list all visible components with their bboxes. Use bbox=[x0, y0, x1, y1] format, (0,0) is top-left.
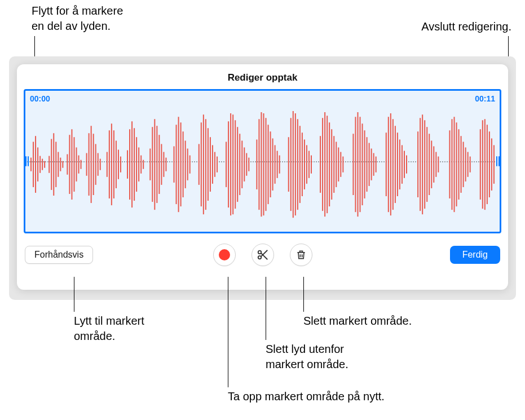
callout-listen: Lytt til markert område. bbox=[74, 313, 144, 344]
callout-delete: Slett markert område. bbox=[303, 313, 412, 329]
trim-handle-left[interactable] bbox=[25, 149, 29, 174]
waveform-svg bbox=[30, 102, 495, 227]
trash-icon bbox=[295, 249, 307, 261]
record-icon bbox=[219, 249, 230, 260]
controls-bar: Forhåndsvis Ferdig bbox=[25, 244, 500, 269]
record-button[interactable] bbox=[213, 244, 236, 266]
callout-rerecord: Ta opp markert område på nytt. bbox=[228, 389, 385, 404]
callout-drag: Flytt for å markere en del av lyden. bbox=[32, 3, 123, 34]
callout-line bbox=[303, 277, 304, 312]
trim-handle-right[interactable] bbox=[496, 149, 500, 174]
trim-button[interactable] bbox=[252, 244, 274, 266]
center-controls bbox=[213, 244, 312, 266]
callout-line bbox=[74, 277, 74, 312]
callout-line bbox=[266, 277, 266, 340]
callout-finish: Avslutt redigering. bbox=[421, 19, 511, 34]
edit-panel: Rediger opptak 00:00 00:11 bbox=[17, 64, 508, 290]
panel-title: Rediger opptak bbox=[17, 64, 508, 89]
delete-button[interactable] bbox=[290, 244, 312, 266]
callout-line bbox=[228, 277, 228, 387]
preview-button[interactable]: Forhåndsvis bbox=[25, 246, 93, 264]
callout-trim: Slett lyd utenfor markert område. bbox=[266, 342, 348, 372]
scissors-icon bbox=[257, 249, 269, 261]
waveform-area[interactable]: 00:00 00:11 bbox=[24, 89, 501, 233]
done-button[interactable]: Ferdig bbox=[450, 246, 500, 264]
